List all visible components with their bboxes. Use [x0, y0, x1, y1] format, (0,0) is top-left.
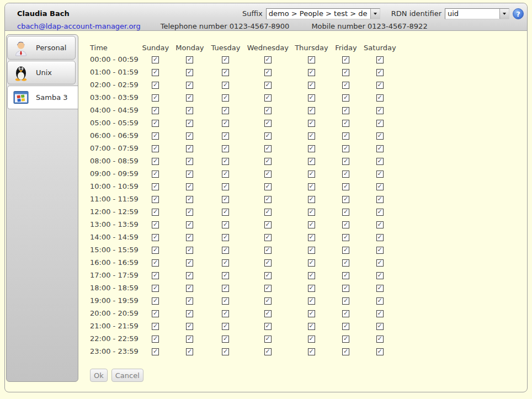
hour-checkbox-saturday[interactable]	[376, 171, 384, 178]
hour-checkbox-friday[interactable]	[342, 310, 349, 317]
hour-checkbox-friday[interactable]	[342, 158, 349, 165]
hour-checkbox-friday[interactable]	[342, 323, 349, 330]
email-link[interactable]: cbach@ldap-account-manager.org	[17, 22, 141, 30]
hour-checkbox-tuesday[interactable]	[222, 196, 229, 203]
hour-checkbox-friday[interactable]	[342, 107, 349, 114]
hour-checkbox-monday[interactable]	[186, 120, 193, 127]
hour-checkbox-friday[interactable]	[342, 221, 349, 228]
hour-checkbox-sunday[interactable]	[152, 196, 159, 203]
suffix-select-dropdown-button[interactable]	[370, 9, 380, 19]
hour-checkbox-monday[interactable]	[186, 94, 193, 102]
hour-checkbox-saturday[interactable]	[376, 94, 384, 102]
hour-checkbox-tuesday[interactable]	[222, 82, 229, 89]
hour-checkbox-sunday[interactable]	[152, 158, 159, 165]
hour-checkbox-thursday[interactable]	[308, 247, 315, 254]
hour-checkbox-wednesday[interactable]	[264, 310, 272, 317]
hour-checkbox-friday[interactable]	[342, 209, 349, 216]
hour-checkbox-thursday[interactable]	[308, 94, 315, 102]
rdn-select-dropdown-button[interactable]	[499, 9, 509, 19]
hour-checkbox-saturday[interactable]	[376, 120, 384, 127]
hour-checkbox-tuesday[interactable]	[222, 221, 229, 228]
hour-checkbox-saturday[interactable]	[376, 158, 384, 165]
hour-checkbox-friday[interactable]	[342, 285, 349, 292]
hour-checkbox-friday[interactable]	[342, 272, 349, 279]
hour-checkbox-tuesday[interactable]	[222, 94, 229, 102]
hour-checkbox-sunday[interactable]	[152, 272, 159, 279]
hour-checkbox-monday[interactable]	[186, 221, 193, 228]
hour-checkbox-monday[interactable]	[186, 132, 193, 140]
hour-checkbox-sunday[interactable]	[152, 132, 159, 140]
hour-checkbox-tuesday[interactable]	[222, 336, 229, 343]
hour-checkbox-friday[interactable]	[342, 82, 349, 89]
hour-checkbox-saturday[interactable]	[376, 209, 384, 216]
hour-checkbox-tuesday[interactable]	[222, 107, 229, 114]
hour-checkbox-monday[interactable]	[186, 107, 193, 114]
hour-checkbox-monday[interactable]	[186, 196, 193, 203]
hour-checkbox-monday[interactable]	[186, 158, 193, 165]
hour-checkbox-monday[interactable]	[186, 348, 193, 355]
hour-checkbox-friday[interactable]	[342, 171, 349, 178]
hour-checkbox-sunday[interactable]	[152, 247, 159, 254]
hour-checkbox-thursday[interactable]	[308, 209, 315, 216]
hour-checkbox-monday[interactable]	[186, 259, 193, 267]
hour-checkbox-thursday[interactable]	[308, 82, 315, 89]
hour-checkbox-saturday[interactable]	[376, 259, 384, 267]
hour-checkbox-thursday[interactable]	[308, 145, 315, 152]
hour-checkbox-wednesday[interactable]	[264, 183, 272, 190]
tab-unix[interactable]: Unix	[7, 61, 76, 84]
hour-checkbox-sunday[interactable]	[152, 183, 159, 190]
hour-checkbox-monday[interactable]	[186, 272, 193, 279]
hour-checkbox-friday[interactable]	[342, 94, 349, 102]
hour-checkbox-wednesday[interactable]	[264, 145, 272, 152]
hour-checkbox-tuesday[interactable]	[222, 234, 229, 241]
tab-samba3[interactable]: Samba 3	[7, 86, 78, 109]
hour-checkbox-tuesday[interactable]	[222, 323, 229, 330]
hour-checkbox-saturday[interactable]	[376, 183, 384, 190]
hour-checkbox-saturday[interactable]	[376, 348, 384, 355]
hour-checkbox-wednesday[interactable]	[264, 171, 272, 178]
hour-checkbox-saturday[interactable]	[376, 323, 384, 330]
hour-checkbox-monday[interactable]	[186, 247, 193, 254]
rdn-identifier-select[interactable]: uid	[445, 8, 509, 19]
hour-checkbox-friday[interactable]	[342, 234, 349, 241]
hour-checkbox-saturday[interactable]	[376, 221, 384, 228]
hour-checkbox-saturday[interactable]	[376, 69, 384, 76]
hour-checkbox-wednesday[interactable]	[264, 221, 272, 228]
hour-checkbox-wednesday[interactable]	[264, 247, 272, 254]
hour-checkbox-sunday[interactable]	[152, 69, 159, 76]
hour-checkbox-wednesday[interactable]	[264, 94, 272, 102]
hour-checkbox-sunday[interactable]	[152, 348, 159, 355]
hour-checkbox-thursday[interactable]	[308, 336, 315, 343]
hour-checkbox-friday[interactable]	[342, 247, 349, 254]
hour-checkbox-tuesday[interactable]	[222, 348, 229, 355]
hour-checkbox-thursday[interactable]	[308, 348, 315, 355]
hour-checkbox-saturday[interactable]	[376, 145, 384, 152]
hour-checkbox-tuesday[interactable]	[222, 310, 229, 317]
hour-checkbox-sunday[interactable]	[152, 234, 159, 241]
hour-checkbox-thursday[interactable]	[308, 259, 315, 267]
hour-checkbox-saturday[interactable]	[376, 56, 384, 63]
hour-checkbox-sunday[interactable]	[152, 107, 159, 114]
hour-checkbox-thursday[interactable]	[308, 171, 315, 178]
hour-checkbox-tuesday[interactable]	[222, 120, 229, 127]
hour-checkbox-thursday[interactable]	[308, 221, 315, 228]
hour-checkbox-tuesday[interactable]	[222, 56, 229, 63]
hour-checkbox-sunday[interactable]	[152, 56, 159, 63]
hour-checkbox-friday[interactable]	[342, 348, 349, 355]
suffix-select[interactable]: demo > People > test > de	[266, 8, 380, 19]
hour-checkbox-monday[interactable]	[186, 209, 193, 216]
hour-checkbox-thursday[interactable]	[308, 183, 315, 190]
hour-checkbox-friday[interactable]	[342, 259, 349, 267]
hour-checkbox-thursday[interactable]	[308, 285, 315, 292]
hour-checkbox-tuesday[interactable]	[222, 132, 229, 140]
hour-checkbox-thursday[interactable]	[308, 323, 315, 330]
ok-button[interactable]: Ok	[90, 369, 108, 382]
hour-checkbox-wednesday[interactable]	[264, 196, 272, 203]
hour-checkbox-tuesday[interactable]	[222, 158, 229, 165]
hour-checkbox-sunday[interactable]	[152, 171, 159, 178]
hour-checkbox-tuesday[interactable]	[222, 259, 229, 267]
hour-checkbox-tuesday[interactable]	[222, 183, 229, 190]
hour-checkbox-wednesday[interactable]	[264, 120, 272, 127]
hour-checkbox-friday[interactable]	[342, 183, 349, 190]
hour-checkbox-saturday[interactable]	[376, 234, 384, 241]
